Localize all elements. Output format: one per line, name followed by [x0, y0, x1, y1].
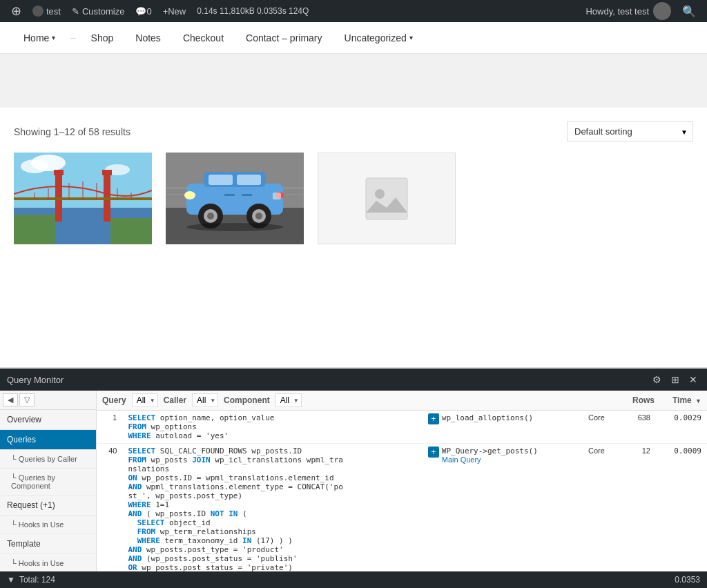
svg-point-27: [184, 191, 195, 199]
qm-table-container: 1 SELECT option_name, option_value FROM …: [97, 411, 707, 435]
nav-checkout[interactable]: Checkout: [173, 22, 233, 54]
caller-column-label: Caller: [164, 395, 186, 405]
qm-title: Query Monitor: [7, 375, 64, 385]
qm-queries-table: 1 SELECT option_name, option_value FROM …: [97, 411, 707, 435]
admin-bar: ⊕ test ✎ Customize 💬 0 + New 0.14s 11,81…: [0, 0, 707, 22]
sort-select[interactable]: Default sorting Sort by popularity Sort …: [567, 121, 693, 141]
product-image-1: [14, 153, 152, 244]
component-column-label: Component: [224, 395, 270, 405]
query-filter-select[interactable]: All: [132, 393, 158, 407]
chevron-down-icon: ▾: [409, 34, 413, 41]
svg-rect-10: [102, 170, 112, 175]
rows-cell: 638: [619, 411, 656, 435]
svg-rect-9: [54, 170, 64, 175]
customize-button[interactable]: ✎ Customize: [66, 0, 130, 22]
admin-search-icon[interactable]: 🔍: [677, 5, 701, 18]
qm-header-icons: ⚙ ⊞ ✕: [650, 373, 700, 386]
query-text: SELECT option_name, option_value FROM wp…: [128, 413, 274, 435]
howdy-text: Howdy, test test: [585, 6, 649, 17]
svg-rect-36: [224, 194, 235, 196]
nav-notes[interactable]: Notes: [126, 22, 171, 54]
product-image-2: [166, 153, 304, 244]
wp-logo[interactable]: ⊕: [6, 0, 27, 22]
query-cell: SELECT option_name, option_value FROM wp…: [122, 411, 422, 435]
time-cell: 0.0029: [656, 411, 707, 435]
sidebar-collapse-btn[interactable]: ◀: [3, 393, 18, 406]
site-name[interactable]: test: [27, 0, 66, 22]
nav-uncategorized[interactable]: Uncategorized ▾: [335, 22, 423, 54]
mini-cooper-svg: [166, 153, 304, 244]
qm-sidebar: ◀ ▽ Overview Queries └ Queries by Caller…: [0, 391, 97, 435]
comment-icon: 💬: [135, 6, 146, 17]
nav-menu: Home ▾ – Shop Notes Checkout Contact – p…: [0, 22, 707, 54]
qm-table-header: Query All Caller All Component All: [97, 391, 707, 411]
sidebar-filter-btn[interactable]: ▽: [19, 393, 35, 406]
qm-nav-overview[interactable]: Overview: [0, 410, 96, 430]
qm-nav-queries[interactable]: Queries: [0, 430, 96, 435]
placeholder-svg: [362, 175, 411, 223]
query-column-label: Query: [102, 395, 126, 405]
component-filter-select[interactable]: All: [275, 393, 302, 407]
qm-main-area: Query All Caller All Component All: [97, 391, 707, 435]
new-button[interactable]: + New: [157, 0, 192, 22]
new-label: New: [168, 6, 186, 17]
nav-shop[interactable]: Shop: [81, 22, 124, 54]
svg-point-34: [255, 213, 262, 219]
svg-point-3: [31, 155, 66, 171]
caller-expand-button[interactable]: +: [428, 413, 439, 424]
site-icon: [32, 6, 43, 17]
comments-button[interactable]: 💬 0: [130, 0, 157, 22]
qm-sidebar-controls: ◀ ▽: [0, 391, 96, 410]
nav-separator: –: [68, 32, 78, 43]
wp-icon: ⊕: [11, 3, 21, 19]
caller-filter-wrapper: All: [192, 393, 218, 407]
qm-close-icon[interactable]: ✕: [686, 373, 700, 386]
results-header: Showing 1–12 of 58 results Default sorti…: [14, 121, 693, 141]
plus-icon: +: [163, 6, 168, 17]
caller-text: wp_load_alloptions(): [442, 413, 533, 422]
caller-cell: + wp_load_alloptions(): [423, 411, 583, 435]
query-filter-wrapper: All: [132, 393, 158, 407]
customize-label: Customize: [82, 6, 124, 17]
qm-settings-icon[interactable]: ⚙: [650, 373, 664, 386]
nav-home[interactable]: Home ▾: [14, 22, 65, 54]
product-grid: [14, 153, 693, 244]
caller-filter-select[interactable]: All: [192, 393, 218, 407]
table-row: 1 SELECT option_name, option_value FROM …: [97, 411, 707, 435]
svg-rect-35: [273, 193, 281, 199]
perf-metrics-text: 0.14s 11,810kB 0.0353s 124Q: [197, 6, 309, 16]
component-cell: Core: [583, 411, 619, 435]
site-name-label: test: [46, 6, 61, 17]
qm-header: Query Monitor ⚙ ⊞ ✕: [0, 369, 707, 391]
nav-contact-primary[interactable]: Contact – primary: [236, 22, 331, 54]
time-column-label: Time ▼: [660, 395, 701, 405]
query-monitor-panel: Query Monitor ⚙ ⊞ ✕ ◀ ▽ Overview Queries…: [0, 367, 707, 435]
product-card-3[interactable]: [318, 153, 456, 244]
component-filter-wrapper: All: [275, 393, 302, 407]
time-sort-arrow: ▼: [695, 398, 701, 404]
svg-rect-26: [237, 175, 261, 185]
perf-metrics: 0.14s 11,810kB 0.0353s 124Q: [191, 0, 314, 22]
product-card-2[interactable]: [166, 153, 304, 244]
svg-rect-39: [366, 178, 407, 219]
row-number: 1: [97, 411, 122, 435]
svg-rect-6: [110, 218, 152, 244]
product-card-1[interactable]: [14, 153, 152, 244]
caller-wrapper: + wp_load_alloptions(): [428, 413, 577, 424]
avatar: [653, 2, 671, 20]
rows-column-label: Rows: [632, 395, 655, 405]
golden-gate-svg: [14, 153, 152, 244]
svg-point-38: [186, 223, 283, 231]
qm-body: ◀ ▽ Overview Queries └ Queries by Caller…: [0, 391, 707, 435]
edit-icon: ✎: [72, 6, 79, 17]
svg-point-31: [207, 213, 214, 219]
howdy-section: Howdy, test test: [580, 2, 677, 20]
svg-rect-37: [242, 194, 252, 196]
product-placeholder: [318, 153, 456, 244]
comments-count: 0: [146, 6, 151, 17]
qm-expand-icon[interactable]: ⊞: [668, 373, 682, 386]
svg-rect-25: [209, 175, 233, 185]
svg-rect-5: [14, 215, 55, 244]
sort-wrapper: Default sorting Sort by popularity Sort …: [567, 121, 693, 141]
chevron-down-icon: ▾: [52, 34, 55, 41]
